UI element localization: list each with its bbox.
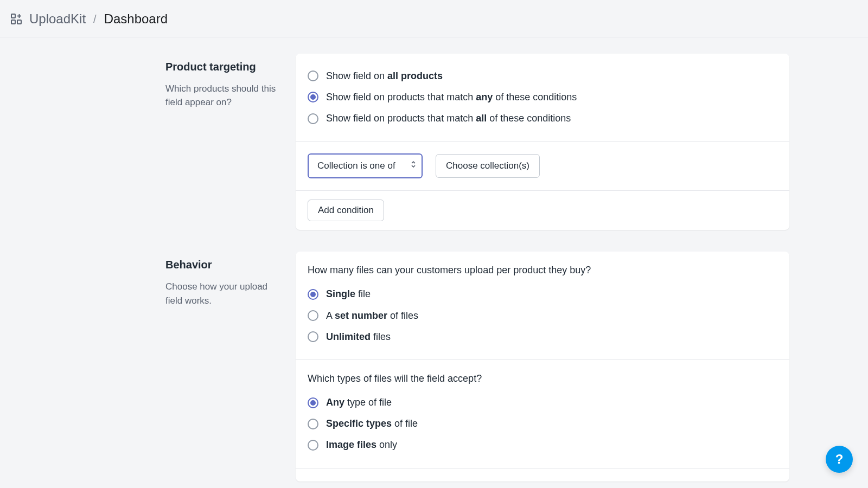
radio-icon (308, 70, 318, 81)
radio-icon (308, 113, 318, 124)
radio-icon (308, 440, 318, 451)
count-option-unlimited[interactable]: Unlimited files (308, 326, 777, 348)
svg-rect-2 (17, 20, 21, 24)
add-condition-button[interactable]: Add condition (308, 200, 384, 221)
radio-icon (308, 289, 318, 300)
select-value: Collection is one of (308, 153, 423, 178)
targeting-option-all-conditions[interactable]: Show field on products that match all of… (308, 108, 777, 129)
radio-icon (308, 419, 318, 429)
radio-label: Unlimited files (326, 330, 391, 344)
types-option-images[interactable]: Image files only (308, 434, 777, 455)
help-button[interactable]: ? (826, 446, 853, 473)
radio-icon (308, 331, 318, 342)
page-body: Product targeting Which products should … (79, 37, 789, 488)
add-condition-row: Add condition (296, 190, 789, 230)
behavior-next-segment (296, 468, 789, 481)
types-option-any[interactable]: Any type of file (308, 392, 777, 413)
radio-label: Any type of file (326, 396, 392, 409)
question-file-count: How many files can your customers upload… (308, 264, 777, 277)
radio-label: Single file (326, 287, 371, 301)
count-option-single[interactable]: Single file (308, 284, 777, 305)
file-count-group: How many files can your customers upload… (296, 252, 789, 359)
choose-collections-button[interactable]: Choose collection(s) (436, 154, 540, 178)
targeting-option-all[interactable]: Show field on all products (308, 66, 777, 87)
condition-row: Collection is one of Choose collection(s… (296, 141, 789, 190)
section-header: Behavior Choose how your upload field wo… (79, 252, 296, 307)
count-option-set-number[interactable]: A set number of files (308, 305, 777, 326)
section-behavior: Behavior Choose how your upload field wo… (79, 252, 789, 481)
types-option-specific[interactable]: Specific types of file (308, 413, 777, 434)
section-title: Product targeting (165, 59, 283, 74)
section-description: Choose how your upload field works. (165, 280, 283, 307)
app-header: UploadKit / Dashboard (0, 0, 868, 37)
question-file-types: Which types of files will the field acce… (308, 372, 777, 386)
app-grid-icon (10, 12, 23, 25)
condition-type-select[interactable]: Collection is one of (308, 153, 423, 178)
radio-label: Show field on products that match any of… (326, 91, 577, 104)
behavior-card: How many files can your customers upload… (296, 252, 789, 481)
breadcrumb-current: Dashboard (104, 10, 168, 28)
radio-label: Show field on products that match all of… (326, 112, 571, 125)
radio-icon (308, 397, 318, 408)
targeting-options: Show field on all products Show field on… (296, 54, 789, 142)
file-types-group: Which types of files will the field acce… (296, 359, 789, 468)
radio-label: Image files only (326, 438, 397, 452)
targeting-option-any[interactable]: Show field on products that match any of… (308, 87, 777, 108)
radio-label: Show field on all products (326, 69, 443, 83)
app-name[interactable]: UploadKit (29, 10, 86, 28)
targeting-card: Show field on all products Show field on… (296, 54, 789, 230)
svg-rect-0 (11, 14, 15, 18)
radio-label: Specific types of file (326, 417, 418, 431)
section-description: Which products should this field appear … (165, 82, 283, 110)
svg-rect-1 (11, 20, 15, 24)
radio-icon (308, 310, 318, 321)
section-product-targeting: Product targeting Which products should … (79, 54, 789, 230)
radio-label: A set number of files (326, 309, 418, 323)
section-title: Behavior (165, 257, 283, 272)
radio-icon (308, 92, 318, 102)
section-header: Product targeting Which products should … (79, 54, 296, 110)
breadcrumb-separator: / (93, 11, 97, 27)
